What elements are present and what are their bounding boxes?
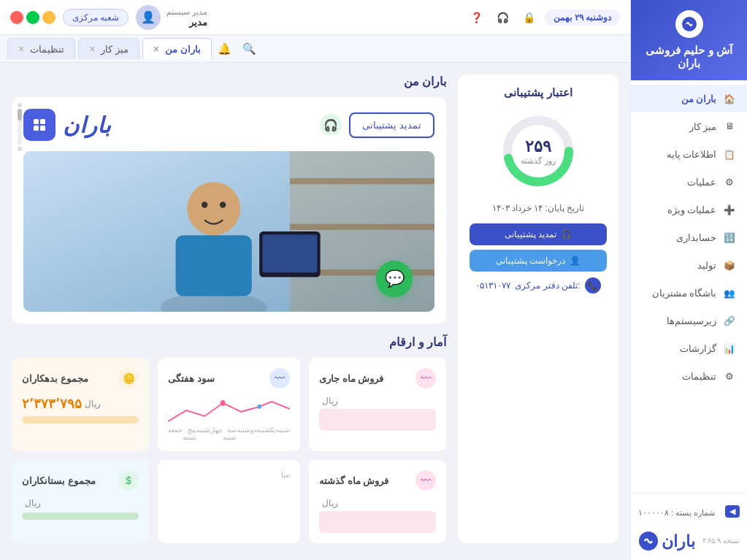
scroll-indicator — [18, 103, 22, 151]
minimize-btn[interactable] — [42, 11, 55, 24]
sidebar-label-1: میز کار — [689, 121, 716, 132]
dollar-icon: $ — [118, 470, 139, 491]
stat-currency-4: ریال — [322, 498, 338, 508]
svg-rect-5 — [40, 119, 45, 124]
stat-title-4: فروش ماه گذشته — [319, 475, 388, 486]
sidebar-icon-4: ➕ — [722, 202, 737, 217]
sidebar-item-2[interactable]: 📋اطلاعات پایه — [631, 140, 747, 168]
sidebar-header: آش و حلیم فروشی باران — [631, 0, 747, 80]
sidebar-label-10: تنظیمات — [682, 371, 716, 382]
svg-rect-16 — [290, 224, 434, 230]
notification-icon[interactable]: 🔔 — [215, 39, 235, 59]
scroll-thumb — [18, 109, 22, 120]
stat-title-1: فروش ماه جاری — [319, 373, 383, 384]
extend-support-btn[interactable]: 🎧 تمدید پشتیبانی — [470, 223, 607, 245]
sidebar-label-2: اطلاعات پایه — [667, 149, 716, 160]
user-role: مدیر سیستم — [166, 7, 207, 17]
stat-title-2: سود هفتگی — [168, 373, 215, 384]
sidebar-item-5[interactable]: 🔢حسابداری — [631, 223, 747, 251]
phone-label: تلفن دفتر مرکزی: — [515, 280, 580, 291]
sidebar-icon-6: 📦 — [722, 258, 737, 272]
request-support-btn[interactable]: 👤 درخواست پشتیبانی — [470, 250, 607, 272]
topbar-left: مدیر سیستم مدیر 👤 شعبه مرکزی — [10, 5, 207, 30]
lock-icon[interactable]: 🔒 — [518, 7, 539, 28]
donut-container: ۲۵۹ روز گذشته — [498, 111, 578, 191]
svg-rect-6 — [34, 126, 39, 131]
headset-icon[interactable]: 🎧 — [492, 7, 513, 28]
support-controls: تمدید پشتیبانی 🎧 — [320, 112, 434, 138]
sidebar-icon-7: 👥 — [722, 285, 737, 300]
content-layout: اعتبار پشتیبانی ۲۵۹ روز گذشته تاریخ پایا… — [12, 74, 618, 543]
tab-close-0[interactable]: × — [153, 43, 159, 55]
baran-me-top: تمدید پشتیبانی 🎧 باران — [23, 109, 434, 141]
sidebar-label-0: باران من — [681, 93, 716, 104]
donut-days: ۲۵۹ — [521, 137, 555, 156]
sidebar-item-6[interactable]: 📦تولید — [631, 251, 747, 279]
stat-bar-6 — [22, 513, 139, 520]
stat-header-3: 🪙 مجموع بدهکاران — [22, 368, 139, 388]
user-avatar[interactable]: 👤 — [136, 5, 161, 30]
chat-bubble[interactable]: 💬 — [376, 261, 413, 297]
day-2: دوشنبه — [237, 426, 256, 441]
sidebar-item-4[interactable]: ➕عملیات ویژه — [631, 196, 747, 223]
tab-close-2[interactable]: × — [18, 43, 24, 55]
stat-card-weekly: 〰 سود هفتگی — [158, 358, 300, 451]
stat-header-5: مبا — [168, 470, 290, 480]
sidebar-icon-2: 📋 — [722, 147, 737, 161]
sidebar-item-7[interactable]: 👥باشگاه مشتریان — [631, 279, 747, 307]
package-arrow[interactable]: ◀ — [725, 505, 740, 518]
app-name: آش و حلیم فروشی باران — [638, 44, 740, 70]
branch-badge[interactable]: شعبه مرکزی — [63, 9, 129, 26]
sidebar-item-3[interactable]: ⚙عملیات — [631, 168, 747, 196]
weekly-chart — [168, 396, 290, 425]
stat-bar-3 — [22, 416, 139, 423]
stat-title-3: مجموع بدهکاران — [22, 373, 88, 384]
stat-bar-1 — [319, 409, 436, 431]
stat-placeholder: مبا — [281, 470, 290, 480]
sidebar-item-1[interactable]: 🖥میز کار — [631, 112, 747, 140]
sidebar-item-10[interactable]: ⚙تنظیمات — [631, 362, 747, 390]
user-section: مدیر سیستم مدیر 👤 — [136, 5, 207, 30]
phone-number: ۰۵۱۳۱۰۷۷ — [475, 280, 510, 291]
day-5: پنج شنبه — [183, 426, 196, 441]
stat-currency-1: ریال — [322, 396, 338, 406]
grid-btn[interactable] — [23, 109, 55, 141]
tab-2[interactable]: تنظیمات× — [7, 38, 75, 59]
sidebar-label-8: زیرسیستم‌ها — [667, 315, 716, 326]
support-extend-btn[interactable]: تمدید پشتیبانی — [349, 112, 434, 138]
package-label: شماره بسته — [675, 508, 715, 517]
baran-banner: 💬 — [23, 151, 434, 312]
maximize-btn[interactable] — [26, 11, 39, 24]
stat-value-3: ۲٬۳۷۳٬۷۹۵ — [22, 396, 82, 412]
package-number: ۱۰۰۰۰۰۸ — [638, 508, 669, 517]
svg-rect-15 — [290, 178, 434, 184]
svg-point-20 — [221, 400, 226, 406]
scrollbar[interactable] — [18, 109, 22, 145]
sidebar-item-8[interactable]: 🔗زیرسیستم‌ها — [631, 307, 747, 334]
sidebar-item-9[interactable]: 📊گزارشات — [631, 334, 747, 362]
page-content: اعتبار پشتیبانی ۲۵۹ روز گذشته تاریخ پایا… — [0, 63, 630, 560]
baran-logo: باران — [63, 113, 111, 137]
tabbar-icons: 🔍 🔔 — [215, 39, 260, 59]
stat-currency-6: ریال — [25, 498, 41, 508]
request-label: درخواست پشتیبانی — [496, 256, 565, 266]
day-6: جمعه — [168, 426, 183, 441]
sidebar-icon-8: 🔗 — [722, 313, 737, 328]
right-panel: باران من تمدید پشتیبانی — [12, 74, 446, 543]
app-logo — [675, 10, 703, 38]
tab-label-0: باران من — [165, 44, 200, 55]
svg-point-13 — [220, 202, 226, 207]
search-icon[interactable]: 🔍 — [240, 39, 260, 59]
stats-title: آمار و ارقام — [12, 335, 446, 349]
stats-grid: 〰 فروش ماه جاری ریال — [12, 358, 446, 543]
extend-label: تمدید پشتیبانی — [505, 229, 556, 239]
stat-value-row-6: ریال — [22, 498, 139, 508]
tab-close-1[interactable]: × — [89, 43, 95, 55]
svg-point-12 — [202, 202, 207, 207]
tab-0[interactable]: باران من× — [142, 38, 212, 59]
sidebar-item-0[interactable]: 🏠باران من — [631, 85, 747, 112]
day-0: شنبه — [276, 426, 290, 441]
close-btn[interactable] — [10, 11, 23, 24]
tab-1[interactable]: میز کار× — [78, 38, 139, 59]
help-icon[interactable]: ❓ — [466, 7, 486, 28]
